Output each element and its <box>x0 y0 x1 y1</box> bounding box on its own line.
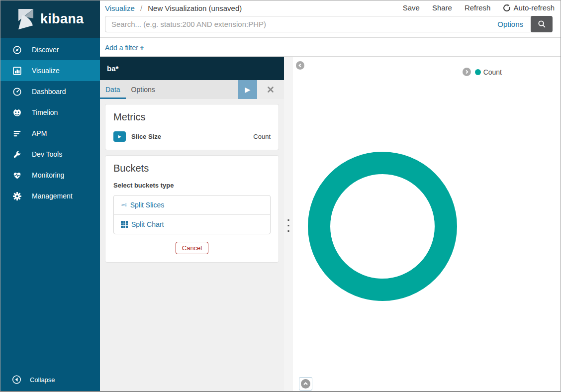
breadcrumb-separator: / <box>140 4 142 12</box>
kibana-logo[interactable]: kibana <box>0 0 100 38</box>
heartbeat-icon <box>12 171 22 180</box>
sidebar-item-dashboard[interactable]: Dashboard <box>0 81 100 102</box>
sidebar-item-discover[interactable]: Discover <box>0 39 100 60</box>
top-actions: Save Share Refresh Auto-refresh <box>390 3 555 12</box>
plus-icon: + <box>140 43 144 52</box>
wrench-icon <box>12 150 22 159</box>
sidebar-item-timelion[interactable]: Timelion <box>0 102 100 123</box>
sidebar: kibana Discover Visualize Dashboard <box>0 0 100 391</box>
cancel-button[interactable]: Cancel <box>176 242 208 254</box>
chart-legend: Count <box>463 68 502 76</box>
bucket-option-split-chart[interactable]: Split Chart <box>114 214 270 234</box>
tabbar-spacer <box>161 80 238 99</box>
compass-icon <box>12 45 22 55</box>
sidebar-item-apm[interactable]: APM <box>0 123 100 144</box>
sidebar-item-label: Visualize <box>32 67 60 75</box>
buckets-card: Buckets Select buckets type ✂ Split Slic… <box>105 155 279 263</box>
breadcrumb-current: New Visualization (unsaved) <box>148 4 242 12</box>
sidebar-item-visualize[interactable]: Visualize <box>0 60 100 81</box>
buckets-title: Buckets <box>113 163 271 174</box>
config-tabbar: Data Options ▶ <box>100 80 284 99</box>
visualization-panel: Count <box>293 57 561 392</box>
sidebar-item-monitoring[interactable]: Monitoring <box>0 165 100 186</box>
filter-bar: Add a filter+ <box>100 38 561 57</box>
search-button[interactable] <box>531 16 553 32</box>
add-filter-link[interactable]: Add a filter+ <box>105 43 144 52</box>
collapse-label: Collapse <box>30 376 55 384</box>
search-options-link[interactable]: Options <box>497 20 523 28</box>
grid-icon <box>121 221 128 228</box>
share-button[interactable]: Share <box>432 3 452 12</box>
legend-label: Count <box>483 68 502 76</box>
auto-refresh-label: Auto-refresh <box>513 3 555 12</box>
vis-config-panel: ba* Data Options ▶ Metrics ▶ Slice Size <box>100 57 284 392</box>
gear-icon <box>12 192 22 201</box>
legend-color-dot[interactable] <box>475 69 481 75</box>
search-bar: Options <box>105 16 553 32</box>
spy-panel-toggle-button[interactable] <box>299 377 312 391</box>
apply-changes-button[interactable]: ▶ <box>238 80 257 99</box>
chevron-up-icon <box>303 381 308 387</box>
sidebar-item-label: Management <box>32 192 73 200</box>
sidebar-nav: Discover Visualize Dashboard Timelion <box>0 38 100 206</box>
brand-name: kibana <box>40 11 84 27</box>
bucket-type-list: ✂ Split Slices Split Chart <box>113 195 271 234</box>
tab-data[interactable]: Data <box>100 80 126 99</box>
play-icon: ▶ <box>245 86 251 94</box>
collapse-arrow-icon <box>12 375 21 385</box>
chevron-right-icon <box>465 70 469 74</box>
panel-resize-handle[interactable] <box>284 57 293 392</box>
sidebar-item-label: Monitoring <box>32 171 64 179</box>
collapse-editor-button[interactable] <box>296 61 304 70</box>
add-filter-label: Add a filter <box>105 44 138 52</box>
auto-refresh-button[interactable]: Auto-refresh <box>503 3 555 12</box>
breadcrumb-visualize-link[interactable]: Visualize <box>105 4 135 12</box>
kibana-logo-icon <box>17 8 34 30</box>
refresh-button[interactable]: Refresh <box>465 3 491 12</box>
auto-refresh-icon <box>503 4 511 12</box>
bucket-option-split-slices[interactable]: ✂ Split Slices <box>114 196 270 214</box>
metric-row: ▶ Slice Size Count <box>113 131 271 142</box>
expand-aggregation-button[interactable]: ▶ <box>113 131 126 142</box>
chevron-left-icon <box>298 63 302 68</box>
top-header: Visualize / New Visualization (unsaved) … <box>100 0 561 38</box>
metric-value: Count <box>253 133 271 140</box>
sidebar-item-label: Dev Tools <box>32 150 62 158</box>
sidebar-item-dev-tools[interactable]: Dev Tools <box>0 144 100 165</box>
bucket-option-label: Split Chart <box>131 220 164 228</box>
sidebar-item-label: Discover <box>32 46 59 54</box>
scissors-icon: ✂ <box>121 201 127 209</box>
discard-changes-button[interactable] <box>257 80 284 99</box>
buckets-subtitle: Select buckets type <box>113 182 271 189</box>
kibana-app: kibana Discover Visualize Dashboard <box>0 0 561 392</box>
drag-dots-icon <box>288 219 289 232</box>
metrics-title: Metrics <box>113 111 271 123</box>
sidebar-item-label: APM <box>32 129 47 137</box>
search-input[interactable] <box>105 16 497 32</box>
timelion-icon <box>12 108 22 117</box>
legend-collapse-button[interactable] <box>463 68 471 76</box>
apm-lines-icon <box>12 129 22 138</box>
config-body: Metrics ▶ Slice Size Count Buckets Selec… <box>100 99 284 268</box>
sidebar-item-label: Timelion <box>32 108 58 116</box>
bar-chart-icon <box>12 66 22 76</box>
metric-label: Slice Size <box>131 133 253 140</box>
metrics-card: Metrics ▶ Slice Size Count <box>105 104 279 150</box>
close-icon <box>267 86 274 93</box>
bucket-option-label: Split Slices <box>130 201 164 209</box>
cancel-row: Cancel <box>113 242 271 254</box>
index-pattern-name: ba* <box>107 64 118 73</box>
index-pattern-header: ba* <box>100 57 284 80</box>
search-icon <box>538 20 546 28</box>
gauge-icon <box>12 87 22 97</box>
sidebar-item-label: Dashboard <box>32 88 66 96</box>
sidebar-collapse-button[interactable]: Collapse <box>0 368 100 391</box>
spy-circle <box>301 379 310 389</box>
donut-chart[interactable] <box>308 152 457 301</box>
save-button[interactable]: Save <box>403 3 420 12</box>
sidebar-item-management[interactable]: Management <box>0 186 100 206</box>
expand-arrow-icon: ▶ <box>118 134 121 139</box>
tab-options[interactable]: Options <box>126 80 161 99</box>
breadcrumb: Visualize / New Visualization (unsaved) <box>105 4 242 12</box>
